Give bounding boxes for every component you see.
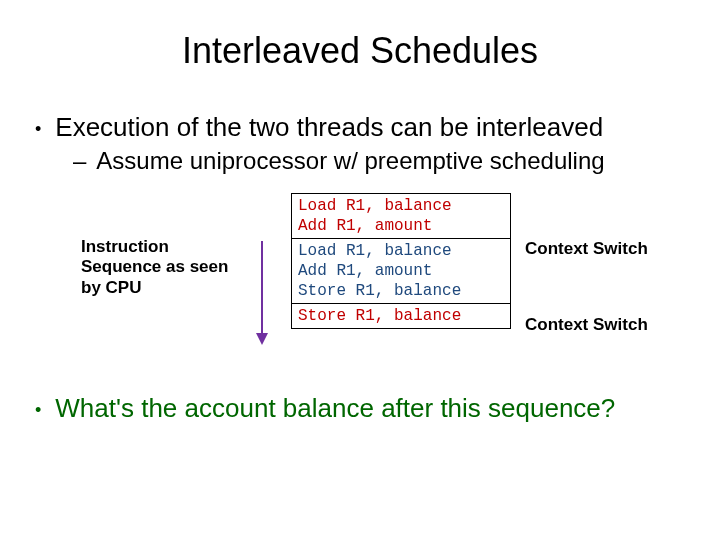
code-line: Add R1, amount xyxy=(298,216,504,236)
slide-title: Interleaved Schedules xyxy=(35,30,685,72)
dash-icon: – xyxy=(73,147,86,175)
bullet-assume: – Assume uniprocessor w/ preemptive sche… xyxy=(73,147,685,175)
code-box-1: Load R1, balance Add R1, amount xyxy=(291,193,511,239)
code-line: Add R1, amount xyxy=(298,261,504,281)
left-annotation: Instruction Sequence as seen by CPU xyxy=(81,237,241,298)
code-line: Store R1, balance xyxy=(298,281,504,301)
code-box-3: Store R1, balance xyxy=(291,303,511,329)
code-line: Load R1, balance xyxy=(298,196,504,216)
bullet-assume-text: Assume uniprocessor w/ preemptive schedu… xyxy=(96,147,604,175)
bullet-execution-text: Execution of the two threads can be inte… xyxy=(55,112,603,143)
sequence-arrow-icon xyxy=(261,241,268,345)
code-line: Load R1, balance xyxy=(298,241,504,261)
code-line: Store R1, balance xyxy=(298,306,504,326)
code-box-2: Load R1, balance Add R1, amount Store R1… xyxy=(291,238,511,304)
bullet-dot-icon: • xyxy=(35,400,41,421)
bullet-question: • What's the account balance after this … xyxy=(35,393,685,424)
diagram: Instruction Sequence as seen by CPU Load… xyxy=(35,193,685,383)
bullet-dot-icon: • xyxy=(35,119,41,140)
code-stack: Load R1, balance Add R1, amount Load R1,… xyxy=(291,193,511,329)
context-switch-label-2: Context Switch xyxy=(525,315,648,335)
context-switch-label-1: Context Switch xyxy=(525,239,648,259)
bullet-question-text: What's the account balance after this se… xyxy=(55,393,615,424)
bullet-execution: • Execution of the two threads can be in… xyxy=(35,112,685,143)
